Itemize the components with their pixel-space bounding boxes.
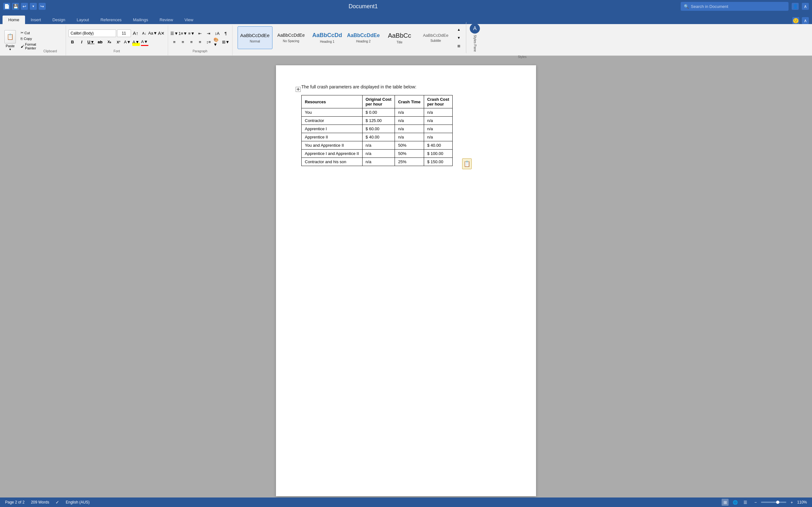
strikethrough-button[interactable]: ab bbox=[96, 38, 104, 46]
table-cell: n/a bbox=[424, 108, 452, 117]
style-nospacing[interactable]: AaBbCcDdEe No Spacing bbox=[274, 26, 309, 49]
format-painter-button[interactable]: 🖌 Format Painter bbox=[19, 42, 38, 51]
table-wrapper: ✛ Resources Original Costper hour Crash … bbox=[301, 93, 453, 166]
outline-view-btn[interactable]: ☰ bbox=[742, 499, 749, 506]
table-cell: $ 40.00 bbox=[362, 133, 395, 141]
tab-home[interactable]: Home bbox=[3, 15, 25, 24]
decrease-font-btn[interactable]: A↓ bbox=[141, 30, 148, 37]
increase-font-btn[interactable]: A↑ bbox=[132, 30, 140, 37]
paste-icon: 📋 bbox=[4, 30, 16, 43]
decrease-indent-btn[interactable]: ⇤ bbox=[196, 30, 204, 38]
styles-scroll-up[interactable]: ▲ bbox=[456, 26, 462, 33]
table-row: You and Apprentice IIn/a50%$ 40.00 bbox=[302, 141, 453, 150]
table-cell: n/a bbox=[362, 141, 395, 150]
document-area: The full crash parameters are displayed … bbox=[0, 56, 812, 506]
style-title[interactable]: AaBbCc Title bbox=[382, 26, 417, 49]
file-icon[interactable]: 📄 bbox=[3, 3, 10, 10]
table-cell: n/a bbox=[424, 125, 452, 133]
spell-check-icon[interactable]: ✓ bbox=[55, 500, 59, 505]
zoom-bar: − + 110% bbox=[752, 499, 807, 506]
increase-indent-btn[interactable]: ⇥ bbox=[205, 30, 212, 38]
styles-scroll-down[interactable]: ▼ bbox=[456, 35, 462, 41]
zoom-in-btn[interactable]: + bbox=[788, 499, 795, 506]
numbering-btn[interactable]: 1≡▼ bbox=[179, 30, 187, 38]
title-bar: 📄 💾 ↩ ▼ ↪ Document1 🔍 Search in Document… bbox=[0, 0, 812, 13]
style-subtitle[interactable]: AaBbCcDdEe Subtitle bbox=[418, 26, 453, 49]
shading-btn[interactable]: 🎨▼ bbox=[213, 38, 221, 46]
document-page: The full crash parameters are displayed … bbox=[276, 65, 536, 496]
style-heading1[interactable]: AaBbCcDd Heading 1 bbox=[310, 26, 345, 49]
table-header-row: Resources Original Costper hour Crash Ti… bbox=[302, 95, 453, 108]
tab-references[interactable]: References bbox=[95, 15, 127, 24]
tab-mailings[interactable]: Mailings bbox=[127, 15, 154, 24]
tab-insert[interactable]: Insert bbox=[25, 15, 47, 24]
font-color-btn[interactable]: A▼ bbox=[141, 38, 148, 46]
tab-review[interactable]: Review bbox=[154, 15, 179, 24]
table-cell: $ 125.00 bbox=[362, 117, 395, 125]
font-group-label: Font bbox=[68, 49, 165, 54]
text-highlight-btn[interactable]: A▼ bbox=[132, 38, 140, 46]
col-crash-time: Crash Time bbox=[395, 95, 424, 108]
crash-table: Resources Original Costper hour Crash Ti… bbox=[301, 95, 453, 166]
undo-dropdown-icon[interactable]: ▼ bbox=[30, 3, 37, 10]
col-original-cost: Original Costper hour bbox=[362, 95, 395, 108]
account-icon[interactable]: 👤 bbox=[792, 3, 799, 10]
minimize-ribbon-icon[interactable]: ∧ bbox=[802, 3, 809, 10]
show-formatting-btn[interactable]: ¶ bbox=[222, 30, 230, 38]
style-subtitle-preview: AaBbCcDdEe bbox=[423, 33, 448, 38]
change-case-btn[interactable]: Aa▼ bbox=[149, 30, 157, 37]
font-name-input[interactable] bbox=[68, 30, 116, 37]
line-spacing-btn[interactable]: ↕≡ bbox=[205, 38, 212, 46]
zoom-out-btn[interactable]: − bbox=[752, 499, 759, 506]
search-placeholder: Search in Document bbox=[691, 4, 728, 9]
underline-button[interactable]: U▼ bbox=[87, 38, 95, 46]
align-center-btn[interactable]: ≡ bbox=[179, 38, 187, 46]
tab-layout[interactable]: Layout bbox=[71, 15, 95, 24]
align-left-btn[interactable]: ≡ bbox=[171, 38, 178, 46]
language: English (AUS) bbox=[66, 500, 90, 504]
styles-pane-button[interactable]: A Styles Pane bbox=[466, 22, 482, 53]
align-right-btn[interactable]: ≡ bbox=[188, 38, 195, 46]
style-nospacing-preview: AaBbCcDdEe bbox=[277, 33, 305, 38]
table-cell: Contractor bbox=[302, 117, 362, 125]
paste-button[interactable]: 📋 Paste ▼ bbox=[3, 30, 18, 52]
save-icon[interactable]: 💾 bbox=[12, 3, 19, 10]
copy-button[interactable]: ⎘ Copy bbox=[19, 36, 38, 41]
table-cell: Apprentice II bbox=[302, 133, 362, 141]
table-row: Apprentice II$ 40.00n/an/a bbox=[302, 133, 453, 141]
bullets-btn[interactable]: ☰▼ bbox=[171, 30, 178, 38]
sort-btn[interactable]: ↕A bbox=[213, 30, 221, 38]
redo-icon[interactable]: ↪ bbox=[39, 3, 46, 10]
paste-float-button[interactable]: 📋 bbox=[462, 158, 472, 169]
style-h2-preview: AaBbCcDdEe bbox=[347, 32, 380, 38]
style-h1-label: Heading 1 bbox=[320, 40, 335, 43]
cut-button[interactable]: ✂ Cut bbox=[19, 30, 38, 36]
styles-expand[interactable]: ⊞ bbox=[456, 43, 462, 49]
web-layout-btn[interactable]: 🌐 bbox=[732, 499, 739, 506]
style-title-label: Title bbox=[397, 41, 403, 44]
zoom-slider[interactable] bbox=[761, 502, 786, 503]
justify-btn[interactable]: ≡ bbox=[196, 38, 204, 46]
table-row: Contractor and his sonn/a25%$ 150.00 bbox=[302, 158, 453, 166]
print-layout-btn[interactable]: ⊞ bbox=[722, 499, 728, 506]
superscript-button[interactable]: X² bbox=[114, 38, 123, 46]
style-subtitle-label: Subtitle bbox=[430, 39, 441, 43]
search-icon: 🔍 bbox=[684, 4, 689, 9]
tab-design[interactable]: Design bbox=[47, 15, 71, 24]
font-size-input[interactable] bbox=[117, 30, 131, 37]
clear-format-btn[interactable]: A✕ bbox=[158, 30, 165, 37]
undo-icon[interactable]: ↩ bbox=[21, 3, 28, 10]
bold-button[interactable]: B bbox=[68, 38, 77, 46]
tab-view[interactable]: View bbox=[179, 15, 199, 24]
subscript-button[interactable]: X₂ bbox=[105, 38, 113, 46]
table-move-handle[interactable]: ✛ bbox=[296, 87, 301, 92]
italic-button[interactable]: I bbox=[78, 38, 86, 46]
borders-btn[interactable]: ⊞▼ bbox=[222, 38, 230, 46]
style-heading2[interactable]: AaBbCcDdEe Heading 2 bbox=[346, 26, 381, 49]
text-effects-btn[interactable]: A▼ bbox=[124, 38, 131, 46]
style-normal[interactable]: AaBbCcDdEe Normal bbox=[238, 26, 272, 49]
search-box[interactable]: 🔍 Search in Document bbox=[681, 2, 789, 11]
document-title: Document1 bbox=[349, 3, 378, 10]
table-cell: 25% bbox=[395, 158, 424, 166]
multilevel-list-btn[interactable]: ≡▼ bbox=[188, 30, 195, 38]
